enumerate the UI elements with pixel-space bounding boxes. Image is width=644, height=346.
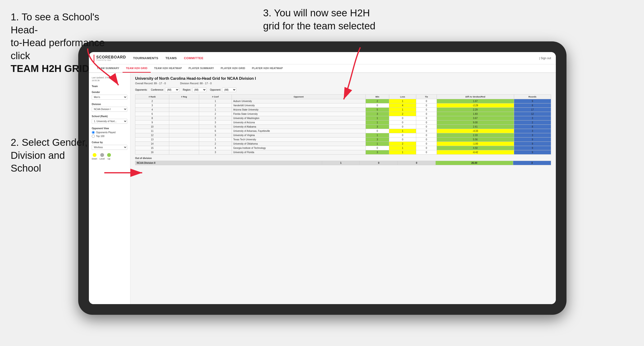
cell-opponent: University of Washington [232, 116, 366, 121]
grid-area: University of North Carolina Head-to-Hea… [130, 73, 556, 304]
table-row: 4 1 Arizona State University 5 1 0 2.29 … [135, 108, 551, 112]
cell-conf: 1 [199, 108, 232, 112]
nav-teams[interactable]: TEAMS [166, 56, 177, 60]
sidebar: Last Updated: 27/03/2024 16:55:38 Team G… [89, 73, 130, 304]
cell-diff: 9.00 [437, 121, 514, 125]
main-content: Last Updated: 27/03/2024 16:55:38 Team G… [89, 73, 556, 304]
cell-opponent: University of Oklahoma [232, 142, 366, 146]
gender-select[interactable]: Men's [92, 95, 127, 100]
opponent-view-label: Opponent View [92, 127, 127, 130]
cell-diff: 2.61 [437, 125, 514, 129]
nav-committee[interactable]: COMMITTEE [184, 56, 204, 60]
cell-conf: 2 [199, 142, 232, 146]
table-row: 16 3 University of Florida 3 1 0 -6.42 9 [135, 150, 551, 155]
annotation-3: 3. You will now see H2H grid for the tea… [263, 7, 417, 32]
cell-rounds: 8 [514, 103, 551, 108]
cell-rank: 2 [135, 99, 169, 103]
cell-conf: 5 [199, 125, 232, 129]
sidebar-team-section: Team [92, 85, 127, 88]
annotation-2: 2. Select Gender, Division and School [11, 136, 115, 175]
tab-team-h2h-heatmap[interactable]: TEAM H2H HEATMAP [151, 64, 185, 73]
cell-reg [169, 103, 199, 108]
col-diff: Diff Av Strokes/Rnd [437, 95, 514, 99]
filter-conf-select[interactable]: (All) [165, 88, 179, 92]
out-div-diff: 26.00 [436, 161, 513, 165]
overall-record: Overall Record: 89 - 17 - 0 [135, 82, 166, 85]
table-row: 12 3 University of Virginia 1 0 0 2.33 3 [135, 133, 551, 138]
school-label: School (Rank) [92, 115, 127, 118]
col-reg: # Reg [169, 95, 199, 99]
cell-conf: 2 [199, 112, 232, 116]
cell-reg [169, 146, 199, 150]
cell-loss: 4 [389, 103, 416, 108]
cell-tie: 0 [416, 103, 437, 108]
cell-reg [169, 99, 199, 103]
cell-rank: 12 [135, 133, 169, 138]
cell-loss: 1 [389, 146, 416, 150]
cell-diff: -1.00 [437, 142, 514, 146]
cell-rank: 13 [135, 138, 169, 142]
tab-player-h2h-heatmap[interactable]: PLAYER H2H HEATMAP [249, 64, 286, 73]
cell-diff: -4.33 [437, 129, 514, 133]
nav-tournaments[interactable]: TOURNAMENTS [133, 56, 158, 60]
cell-tie: 0 [416, 112, 437, 116]
cell-loss: 0 [389, 133, 416, 138]
radio-opponents-played[interactable]: Opponents Played [92, 131, 127, 134]
cell-loss: 0 [389, 121, 416, 125]
cell-conf: 3 [199, 133, 232, 138]
col-opponent: Opponent [232, 95, 366, 99]
cell-reg [169, 116, 199, 121]
filter-region-label: Region: [183, 89, 191, 91]
school-select[interactable]: 1. University of Nort... [92, 119, 127, 124]
out-division-table: NCAA Division II 1 0 0 26.00 3 [135, 161, 551, 165]
cell-opponent: Georgia Institute of Technology [232, 146, 366, 150]
cell-reg [169, 133, 199, 138]
cell-conf: 6 [199, 129, 232, 133]
sub-nav: TEAM SUMMARY TEAM H2H GRID TEAM H2H HEAT… [89, 64, 556, 73]
cell-tie: 0 [416, 146, 437, 150]
table-row: 15 4 Georgia Institute of Technology 0 1… [135, 146, 551, 150]
filter-opponent-select[interactable]: (All) [222, 88, 236, 92]
cell-rank: 16 [135, 150, 169, 155]
cell-rank: 15 [135, 146, 169, 150]
cell-conf: 3 [199, 150, 232, 155]
cell-loss: 1 [389, 99, 416, 103]
tablet-screen: SCOREBOARD Powered by clippi TOURNAMENTS… [89, 52, 556, 304]
cell-loss: 0 [389, 116, 416, 121]
tab-player-summary[interactable]: PLAYER SUMMARY [185, 64, 217, 73]
cell-diff: 4.50 [437, 146, 514, 150]
cell-win: 3 [366, 150, 389, 155]
cell-conf: 2 [199, 103, 232, 108]
out-division-row: NCAA Division II 1 0 0 26.00 3 [135, 161, 551, 165]
cell-rounds: 9 [514, 146, 551, 150]
cell-opponent: University of Florida [232, 150, 366, 155]
out-div-tie: 0 [398, 161, 436, 165]
division-record: Division Record: 88 - 17 - 0 [180, 82, 212, 85]
grid-records: Overall Record: 89 - 17 - 0 Division Rec… [135, 82, 551, 85]
cell-rank: 11 [135, 129, 169, 133]
cell-reg [169, 138, 199, 142]
tab-team-h2h-grid[interactable]: TEAM H2H GRID [122, 64, 151, 73]
cell-rounds: 9 [514, 138, 551, 142]
sidebar-gender-section: Gender Men's [92, 91, 127, 100]
filter-opponent-label: Opponent: [210, 89, 221, 91]
sign-out[interactable]: | Sign out [539, 57, 551, 60]
out-div-loss: 0 [360, 161, 398, 165]
filter-region-select[interactable]: (All) [192, 88, 206, 92]
cell-rank: 9 [135, 121, 169, 125]
cell-opponent: Florida State University [232, 112, 366, 116]
table-row: 8 2 University of Washington 1 0 0 3.67 … [135, 116, 551, 121]
cell-tie: 0 [416, 133, 437, 138]
table-row: 10 5 University of Alabama 3 0 0 2.61 8 [135, 125, 551, 129]
cell-diff: -2.29 [437, 103, 514, 108]
col-conf: # Conf [199, 95, 232, 99]
cell-rounds: 3 [514, 116, 551, 121]
cell-opponent: University of Alabama [232, 125, 366, 129]
cell-tie: 0 [416, 150, 437, 155]
division-select[interactable]: NCAA Division I [92, 107, 127, 112]
filter-row: Opponents: Conference: (All) Region: (Al… [135, 88, 551, 92]
cell-win: 1 [366, 116, 389, 121]
tab-player-h2h-grid[interactable]: PLAYER H2H GRID [217, 64, 249, 73]
cell-win: 3 [366, 125, 389, 129]
cell-loss: 1 [389, 150, 416, 155]
